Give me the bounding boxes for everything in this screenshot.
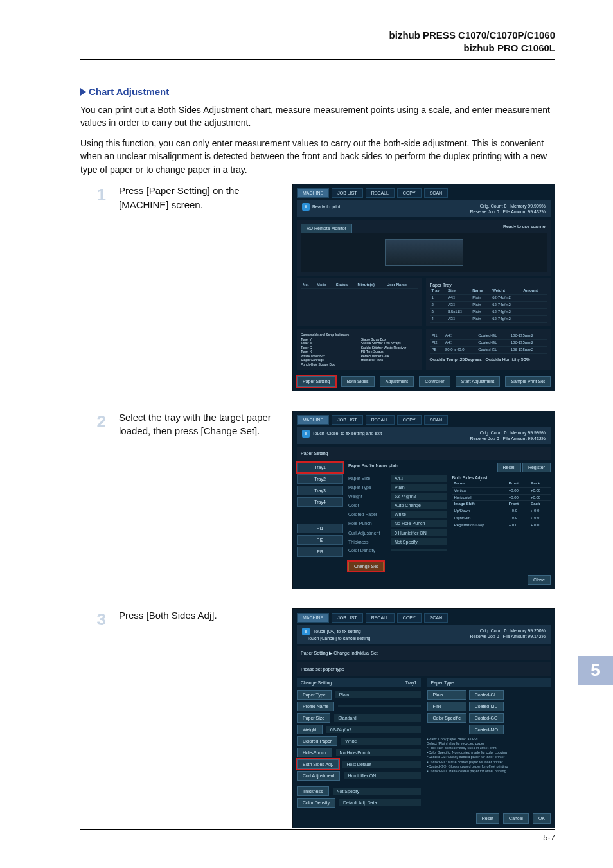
tray3-button[interactable]: Tray3 (297, 486, 343, 495)
step-text: Press [Both Sides Adj]. (119, 608, 280, 623)
fine-button[interactable]: Fine (427, 702, 466, 711)
tab-scan[interactable]: SCAN (424, 415, 448, 425)
step-1-row: 1 Press [Paper Setting] on the [MACHINE]… (80, 184, 555, 391)
coated-ml-button[interactable]: Coated-ML (469, 702, 504, 711)
product-header: bizhub PRESS C1070/C1070P/C1060 bizhub P… (80, 29, 555, 55)
status-line1: Touch [OK] to fix setting (314, 629, 361, 633)
ready-scanner: Ready to use scanner (503, 224, 547, 233)
cancel-button[interactable]: Cancel (503, 813, 529, 823)
change-individual-set-screen: MACHINE JOB LIST RECALL COPY SCAN i Touc… (292, 608, 555, 828)
paper-size-button[interactable]: Paper Size (297, 713, 330, 723)
recall-button[interactable]: Recall (497, 463, 521, 472)
step-number: 1 (80, 184, 106, 205)
step-2-row: 2 Select the tray with the target paper … (80, 411, 555, 590)
paragraph-1: You can print out a Both Sides Adjustmen… (80, 103, 555, 130)
tab-scan[interactable]: SCAN (424, 188, 448, 198)
profile-name-button[interactable]: Profile Name (297, 702, 334, 711)
tab-copy[interactable]: COPY (397, 613, 422, 623)
pi2-button[interactable]: PI2 (297, 535, 343, 545)
coated-go-button[interactable]: Coated-GO (469, 713, 504, 723)
chapter-tab: 5 (578, 656, 613, 685)
tab-recall[interactable]: RECALL (366, 613, 395, 623)
tab-recall[interactable]: RECALL (366, 188, 395, 198)
step-number: 3 (80, 608, 106, 630)
product-line-2: bizhub PRO C1060L (80, 42, 555, 55)
tray2-button[interactable]: Tray2 (297, 474, 343, 484)
paper-tray-header: Paper Tray (430, 282, 547, 288)
change-set-button[interactable]: Change Set (348, 562, 384, 571)
paper-setting-screen: MACHINE JOB LIST RECALL COPY SCAN iTouch… (292, 411, 555, 590)
product-line-1: bizhub PRESS C1070/C1070P/C1060 (80, 29, 555, 42)
thickness-button[interactable]: Thickness (297, 786, 329, 796)
section-title: Chart Adjustment (80, 86, 555, 97)
color-specific-button[interactable]: Color Specific (427, 713, 466, 723)
machine-screen: MACHINE JOB LIST RECALL COPY SCAN iReady… (292, 184, 555, 391)
page-footer: 5-7 (0, 829, 613, 842)
ok-button[interactable]: OK (533, 813, 551, 823)
paragraph-2: Using this function, you can only enter … (80, 137, 555, 176)
register-button[interactable]: Register (522, 463, 551, 472)
close-button[interactable]: Close (528, 575, 551, 585)
page-number: 5-7 (543, 833, 555, 842)
pi1-button[interactable]: PI1 (297, 524, 343, 533)
pb-button[interactable]: PB (297, 547, 343, 556)
both-sides-adj-button[interactable]: Both Sides Adj. (297, 759, 339, 769)
step-text: Select the tray with the target paper lo… (119, 411, 280, 439)
both-sides-adjust-header: Both Sides Adjust (452, 475, 551, 481)
header-rule (80, 59, 555, 60)
step-number: 2 (80, 411, 106, 432)
tab-copy[interactable]: COPY (397, 188, 422, 198)
step-text: Press [Paper Setting] on the [MACHINE] s… (119, 184, 280, 212)
sample-print-button[interactable]: Sample Print Set (505, 376, 551, 386)
tab-machine[interactable]: MACHINE (297, 415, 329, 425)
tab-machine[interactable]: MACHINE (297, 188, 329, 198)
info-icon: i (302, 203, 310, 211)
controller-button[interactable]: Controller (419, 376, 450, 386)
tray-selector: Tray1 Tray2 Tray3 Tray4 PI1 PI2 PB (297, 463, 343, 571)
plain-button[interactable]: Plain (427, 690, 466, 700)
paper-type-notes: •Plain: Copy paper called as PPC Select … (427, 737, 551, 774)
tab-copy[interactable]: COPY (397, 415, 422, 425)
paper-setting-button[interactable]: Paper Setting (297, 376, 335, 386)
info-icon: i (302, 628, 310, 635)
tab-scan[interactable]: SCAN (424, 613, 448, 623)
curl-adj-button[interactable]: Curl Adjustment (297, 771, 340, 781)
tab-machine[interactable]: MACHINE (297, 613, 329, 623)
job-mode-table: No.ModeStatusMinute(s)User Name (301, 282, 418, 289)
reset-button[interactable]: Reset (476, 813, 499, 823)
coated-mo-button[interactable]: Coated-MO (469, 725, 504, 734)
remote-monitor[interactable]: RU Remote Monitor (301, 224, 352, 233)
both-sides-table: ZoomFrontBack Vertical+0.00+0.00 Horizon… (452, 481, 551, 529)
triangle-icon (80, 88, 86, 96)
pi-table: PI1A4□Coated-GL106-135g/m2 PI2A4□Coated-… (430, 333, 547, 353)
color-density-button[interactable]: Color Density (297, 798, 335, 808)
info-icon: i (302, 430, 310, 438)
breadcrumb: Paper Setting (297, 447, 551, 460)
device-diagram (301, 233, 547, 272)
coated-gl-button[interactable]: Coated-GL (469, 690, 504, 700)
weight-button[interactable]: Weight (297, 725, 323, 734)
tab-joblist[interactable]: JOB LIST (332, 613, 362, 623)
colored-paper-button[interactable]: Colored Paper (297, 736, 337, 746)
breadcrumb: Paper Setting ▶ Change Individual Set (297, 646, 551, 660)
change-setting-hdr: Change Setting (301, 680, 332, 686)
tab-joblist[interactable]: JOB LIST (332, 188, 362, 198)
tray-col-hdr: Tray1 (405, 680, 417, 686)
instruction: Please set paper type (297, 662, 551, 676)
tab-recall[interactable]: RECALL (366, 415, 395, 425)
tab-joblist[interactable]: JOB LIST (332, 415, 362, 425)
step-3-row: 3 Press [Both Sides Adj]. MACHINE JOB LI… (80, 608, 555, 828)
hole-punch-button[interactable]: Hole-Punch (297, 748, 332, 757)
both-sides-button[interactable]: Both Sides (341, 376, 375, 386)
tray4-button[interactable]: Tray4 (297, 497, 343, 507)
paper-type-hdr: Paper Type (427, 678, 551, 687)
status-text: Touch [Close] to fix setting and exit (312, 431, 382, 436)
adjustment-button[interactable]: Adjustment (380, 376, 414, 386)
status-text: Ready to print (312, 204, 341, 209)
start-adj-button[interactable]: Start Adjustment (456, 376, 500, 386)
paper-type-button[interactable]: Paper Type (297, 690, 332, 700)
tray1-button[interactable]: Tray1 (297, 463, 343, 472)
tray-table: TraySizeNameWeightAmount 1A4□Plain62-74g… (430, 288, 547, 323)
status-line2: Touch [Cancel] to cancel setting (307, 636, 371, 641)
